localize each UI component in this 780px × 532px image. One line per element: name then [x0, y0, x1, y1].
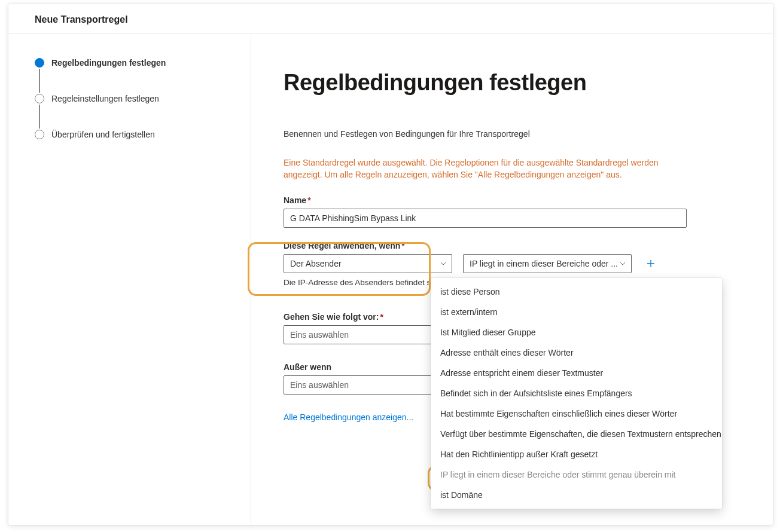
step-dot-icon — [35, 130, 44, 139]
name-label-text: Name — [284, 195, 306, 205]
select-value: Eins auswählen — [290, 380, 349, 390]
required-mark: * — [380, 312, 383, 322]
select-value: Eins auswählen — [290, 330, 349, 340]
step-label: Überprüfen und fertigstellen — [51, 130, 155, 139]
show-all-conditions-link[interactable]: Alle Regelbedingungen anzeigen... — [284, 412, 413, 422]
dropdown-option[interactable]: Verfügt über bestimmte Eigenschaften, di… — [431, 424, 722, 444]
select-value: Der Absender — [290, 259, 342, 268]
main-content: Regelbedingungen festlegen Benennen und … — [251, 34, 773, 525]
dropdown-option[interactable]: Ist Mitglied dieser Gruppe — [431, 322, 722, 343]
do-action-select[interactable]: Eins auswählen — [284, 325, 452, 344]
step-label: Regeleinstellungen festlegen — [51, 94, 159, 103]
required-mark: * — [307, 195, 310, 205]
dropdown-option[interactable]: Adresse enthält eines dieser Wörter — [431, 343, 722, 363]
wizard-stepper: Regelbedingungen festlegen Regeleinstell… — [8, 34, 251, 525]
panel-title: Neue Transportregel — [35, 14, 747, 25]
dropdown-option[interactable]: Hat bestimmte Eigenschaften einschließli… — [431, 403, 722, 424]
name-input[interactable] — [284, 209, 687, 228]
dropdown-option[interactable]: Befindet sich in der Aufsichtsliste eine… — [431, 383, 722, 403]
page-heading: Regelbedingungen festlegen — [284, 70, 737, 96]
step-review[interactable]: Überprüfen und fertigstellen — [35, 130, 233, 139]
condition-dropdown: ist diese Personist extern/internIst Mit… — [431, 278, 722, 509]
apply-when-label-text: Diese Regel anwenden, wenn — [284, 241, 400, 250]
step-dot-icon — [35, 58, 44, 68]
apply-when-sender-select[interactable]: Der Absender — [284, 254, 452, 273]
except-select[interactable]: Eins auswählen — [284, 375, 452, 395]
dropdown-option[interactable]: IP liegt in einem dieser Bereiche oder s… — [431, 464, 722, 485]
dropdown-option[interactable]: ist Domäne — [431, 485, 722, 505]
apply-when-row: Der Absender IP liegt in einem dieser Be… — [284, 254, 737, 273]
page-description: Benennen und Festlegen von Bedingungen f… — [284, 129, 737, 139]
wizard-panel: Neue Transportregel Regelbedingungen fes… — [8, 4, 773, 525]
name-label: Name* — [284, 195, 737, 205]
apply-when-label: Diese Regel anwenden, wenn* — [284, 241, 737, 250]
dropdown-option[interactable]: Adresse entspricht einem dieser Textmust… — [431, 363, 722, 383]
default-rule-warning: Eine Standardregel wurde ausgewählt. Die… — [284, 157, 678, 181]
apply-when-condition-select[interactable]: IP liegt in einem dieser Bereiche oder .… — [463, 254, 632, 273]
select-value: IP liegt in einem dieser Bereiche oder .… — [470, 259, 618, 268]
panel-body: Regelbedingungen festlegen Regeleinstell… — [8, 34, 773, 525]
add-condition-button[interactable] — [642, 255, 659, 272]
step-settings[interactable]: Regeleinstellungen festlegen — [35, 94, 233, 130]
step-connector — [39, 105, 40, 129]
name-field-block: Name* — [284, 195, 737, 228]
do-label-text: Gehen Sie wie folgt vor: — [284, 312, 379, 322]
dropdown-option[interactable]: Hat den Richtlinientipp außer Kraft gese… — [431, 444, 722, 464]
step-dot-icon — [35, 94, 44, 103]
dropdown-option[interactable]: ist extern/intern — [431, 302, 722, 322]
step-conditions[interactable]: Regelbedingungen festlegen — [35, 58, 233, 94]
chevron-down-icon — [619, 260, 626, 267]
step-label: Regelbedingungen festlegen — [51, 58, 166, 68]
chevron-down-icon — [440, 260, 447, 267]
dropdown-option[interactable]: ist diese Person — [431, 282, 722, 302]
panel-header: Neue Transportregel — [8, 4, 773, 34]
step-connector — [39, 69, 40, 93]
required-mark: * — [401, 241, 404, 250]
